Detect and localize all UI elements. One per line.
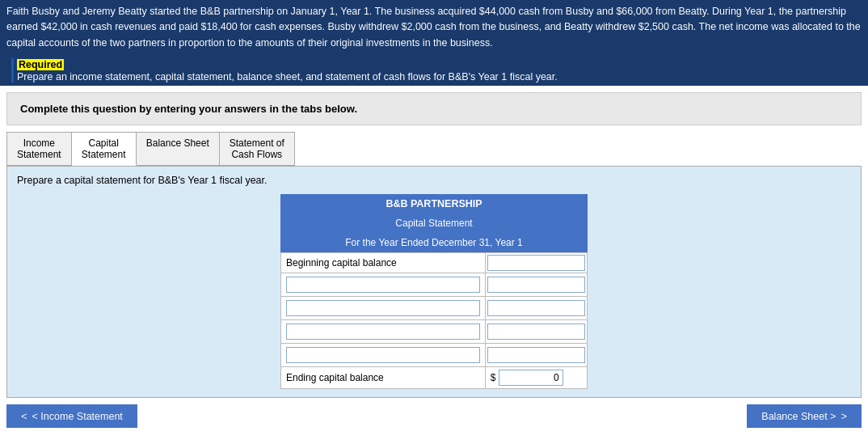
problem-text-block: Faith Busby and Jeremy Beatty started th…: [0, 0, 868, 55]
tab-capital[interactable]: Capital Statement: [72, 132, 137, 166]
row-label-input-2[interactable]: [286, 300, 480, 316]
table-row: [281, 344, 588, 367]
problem-text: Faith Busby and Jeremy Beatty started th…: [6, 6, 861, 49]
bottom-nav: < < Income Statement Balance Sheet > >: [0, 398, 868, 434]
required-block: Required Prepare an income statement, ca…: [0, 55, 868, 86]
row-input-field-2[interactable]: [487, 300, 585, 316]
required-description: Prepare an income statement, capital sta…: [17, 71, 862, 82]
row-input-3[interactable]: [485, 320, 587, 344]
row-label-ending: Ending capital balance: [281, 367, 486, 389]
row-input-1[interactable]: [485, 273, 587, 297]
ending-value-input[interactable]: [499, 370, 563, 386]
prev-button[interactable]: < < Income Statement: [6, 404, 137, 428]
row-label-1: [281, 273, 486, 297]
tabs-container: Income Statement Capital Statement Balan…: [6, 132, 862, 166]
table-row: [281, 297, 588, 320]
statement-subtitle: Capital Statement: [280, 214, 588, 233]
tab-balance[interactable]: Balance Sheet: [137, 132, 220, 166]
row-label-0: Beginning capital balance: [281, 253, 486, 273]
row-label-4: [281, 344, 486, 367]
instruction-text: Complete this question by entering your …: [20, 103, 357, 115]
table-row: Beginning capital balance: [281, 253, 588, 273]
table-row: [281, 320, 588, 344]
row-label-input-3[interactable]: [286, 323, 480, 340]
statement-wrapper: B&B PARTNERSHIP Capital Statement For th…: [280, 194, 588, 389]
table-row: [281, 273, 588, 297]
content-area: Prepare a capital statement for B&B's Ye…: [6, 166, 862, 398]
tab-income[interactable]: Income Statement: [6, 132, 72, 166]
row-input-0[interactable]: [485, 253, 587, 273]
tab-cashflows[interactable]: Statement of Cash Flows: [220, 132, 295, 166]
required-label: Required: [17, 59, 64, 70]
row-label-input-4[interactable]: [286, 347, 480, 363]
row-input-field-4[interactable]: [487, 347, 585, 363]
prev-arrow-icon: <: [21, 410, 27, 422]
row-input-2[interactable]: [485, 297, 587, 320]
content-subtitle: Prepare a capital statement for B&B's Ye…: [17, 175, 851, 186]
statement-period: For the Year Ended December 31, Year 1: [280, 233, 588, 252]
left-bar: Required Prepare an income statement, ca…: [11, 58, 862, 82]
capital-statement-table: Beginning capital balance: [280, 252, 588, 389]
row-label-2: [281, 297, 486, 320]
next-arrow-icon: >: [841, 410, 847, 422]
statement-title: B&B PARTNERSHIP: [280, 194, 588, 214]
table-row-ending: Ending capital balance $: [281, 367, 588, 389]
row-input-4[interactable]: [485, 344, 587, 367]
row-input-field-0[interactable]: [487, 255, 585, 271]
row-ending-value-cell: $: [485, 367, 587, 389]
row-input-field-1[interactable]: [487, 277, 585, 293]
instruction-box: Complete this question by entering your …: [6, 92, 862, 125]
row-input-field-3[interactable]: [487, 323, 585, 340]
row-label-3: [281, 320, 486, 344]
next-button-label: Balance Sheet >: [761, 411, 836, 422]
prev-button-label: < Income Statement: [32, 411, 123, 422]
page-wrapper: Faith Busby and Jeremy Beatty started th…: [0, 0, 868, 434]
row-label-input-1[interactable]: [286, 277, 480, 293]
next-button[interactable]: Balance Sheet > >: [747, 404, 862, 428]
